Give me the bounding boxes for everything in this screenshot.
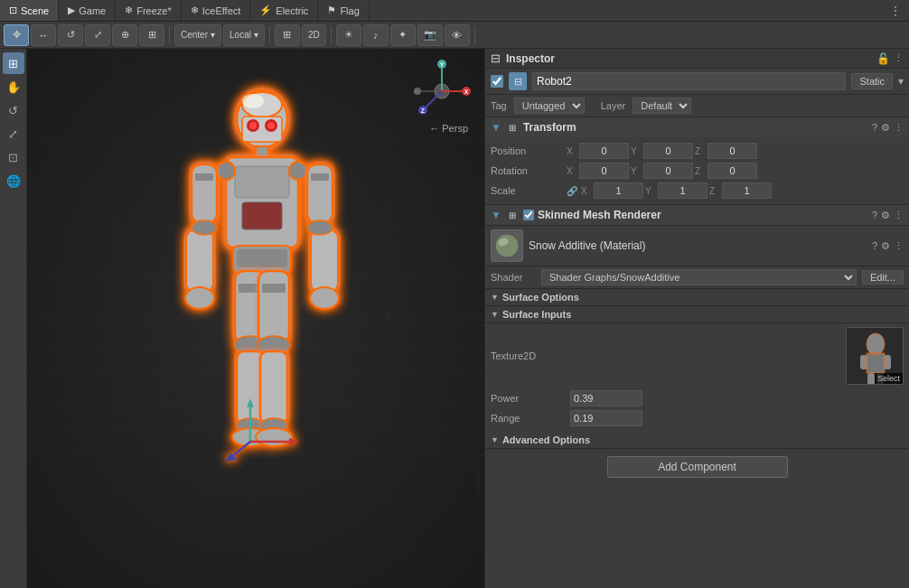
transform-rotate-tool[interactable]: ↺ — [58, 24, 83, 46]
add-component-button[interactable]: Add Component — [607, 456, 788, 478]
inspector-more-icon[interactable]: ⋮ — [894, 52, 904, 64]
scene-tool-hand[interactable]: ✋ — [3, 76, 24, 98]
transform-component: ▼ ⊞ Transform ? ⚙ ⋮ Position X Y — [485, 117, 909, 205]
gizmos-tool[interactable]: 👁 — [445, 24, 470, 46]
transform-more-icon[interactable]: ⋮ — [894, 122, 904, 134]
scale-link-icon: 🔗 — [567, 186, 579, 196]
tab-scene[interactable]: ⊡ Scene — [0, 0, 59, 21]
electric-icon: ⚡ — [259, 5, 272, 16]
tab-flag[interactable]: ⚑ Flag — [318, 0, 369, 21]
rotation-y-field[interactable] — [643, 163, 693, 179]
scene-tool-scale[interactable]: ⤢ — [3, 123, 24, 145]
transform-component-header[interactable]: ▼ ⊞ Transform ? ⚙ ⋮ — [485, 117, 909, 137]
svg-rect-35 — [242, 202, 282, 229]
surface-inputs-header[interactable]: ▼ Surface Inputs — [485, 306, 909, 323]
scene-camera-tool[interactable]: 📷 — [417, 24, 443, 46]
tab-freeze[interactable]: ❄ Freeze* — [116, 0, 182, 21]
scale-xyz: 🔗 X Y Z — [567, 182, 904, 199]
skinned-mesh-more-icon[interactable]: ⋮ — [894, 210, 904, 221]
svg-point-30 — [249, 122, 257, 129]
texture-thumbnail[interactable]: Select — [846, 327, 904, 385]
tab-game[interactable]: ▶ Game — [59, 0, 116, 21]
static-dropdown-arrow[interactable]: ▾ — [898, 75, 904, 88]
layer-select[interactable]: Default — [633, 98, 691, 114]
rotation-x-field[interactable] — [579, 163, 629, 179]
transform-pan-tool[interactable]: ↔ — [31, 24, 56, 46]
fx-tool[interactable]: ✦ — [390, 24, 416, 46]
scene-tool-rect[interactable]: ⊡ — [3, 146, 24, 168]
texture-select-button[interactable]: Select — [875, 373, 903, 384]
position-row: Position X Y Z — [491, 141, 904, 161]
scale-z-field[interactable] — [722, 182, 772, 199]
iceeffect-icon: ❄ — [191, 5, 199, 16]
range-field[interactable] — [570, 410, 642, 426]
material-more-icon[interactable]: ⋮ — [894, 240, 904, 252]
scene-tool-move[interactable]: ↺ — [3, 99, 24, 121]
local-dropdown[interactable]: Local▾ — [223, 24, 265, 46]
inspector-lock-icon[interactable]: 🔓 — [876, 52, 890, 65]
scene-orientation-gizmo[interactable]: Y X Z — [410, 60, 473, 125]
svg-rect-56 — [258, 271, 289, 343]
power-field[interactable] — [570, 390, 642, 406]
skinned-mesh-header[interactable]: ▼ ⊞ Skinned Mesh Renderer ? ⚙ ⋮ — [485, 205, 909, 225]
svg-rect-34 — [235, 166, 289, 198]
svg-rect-38 — [192, 164, 217, 223]
freeze-icon: ❄ — [125, 5, 133, 16]
game-icon: ▶ — [68, 5, 75, 16]
transform-rect-tool[interactable]: ⊕ — [112, 24, 137, 46]
pivot-dropdown[interactable]: Center▾ — [174, 24, 221, 46]
static-toggle-button[interactable]: Static — [851, 73, 893, 89]
tag-layer-row: Tag Untagged Layer Default — [485, 95, 909, 117]
transform-settings-icon[interactable]: ⚙ — [881, 122, 890, 134]
svg-rect-44 — [311, 173, 329, 181]
tag-select[interactable]: Untagged — [514, 98, 585, 114]
perspective-label: ← Persp — [429, 123, 468, 134]
grid-snap-tool[interactable]: ⊞ — [275, 24, 300, 46]
position-x-field[interactable] — [579, 143, 629, 159]
transform-move-tool[interactable]: ✥ — [4, 24, 29, 46]
scene-view[interactable]: Y X Z ← Persp — [27, 49, 484, 588]
transform-help-icon[interactable]: ? — [872, 122, 877, 133]
material-help-icon[interactable]: ? — [872, 240, 877, 252]
skinned-mesh-settings-icon[interactable]: ⚙ — [881, 210, 890, 221]
material-settings-icon[interactable]: ⚙ — [881, 240, 890, 252]
tab-more-button[interactable]: ⋮ — [882, 4, 909, 18]
position-y-field[interactable] — [643, 143, 693, 159]
svg-rect-85 — [867, 353, 885, 373]
scale-x-field[interactable] — [594, 182, 643, 199]
inspector-title: Inspector — [506, 52, 555, 65]
skinned-mesh-enabled-checkbox[interactable] — [523, 210, 534, 220]
position-z-field[interactable] — [708, 143, 757, 159]
advanced-options-header[interactable]: ▼ Advanced Options — [485, 432, 909, 449]
toolbar-separator-4 — [474, 26, 475, 44]
shader-edit-button[interactable]: Edit... — [862, 270, 904, 285]
gameobject-name-field[interactable] — [532, 72, 846, 90]
scale-y-field[interactable] — [658, 182, 708, 199]
scene-tool-globe[interactable]: 🌐 — [3, 170, 24, 191]
left-tool-panel: ⊞ ✋ ↺ ⤢ ⊡ 🌐 — [0, 49, 27, 588]
surface-inputs-arrow: ▼ — [491, 310, 499, 319]
view-2d-toggle[interactable]: 2D — [302, 24, 326, 46]
svg-rect-88 — [867, 373, 875, 385]
surface-options-header[interactable]: ▼ Surface Options — [485, 289, 909, 306]
svg-rect-43 — [307, 164, 333, 223]
tab-electric[interactable]: ⚡ Electric — [250, 0, 318, 21]
gameobject-active-checkbox[interactable] — [491, 75, 503, 88]
scale-row: Scale 🔗 X Y Z — [491, 181, 904, 201]
transform-all-tool[interactable]: ⊞ — [139, 24, 164, 46]
rotation-z-field[interactable] — [708, 163, 757, 179]
audio-tool[interactable]: ♪ — [363, 24, 389, 46]
range-row: Range — [485, 408, 909, 428]
transform-scale-tool[interactable]: ⤢ — [85, 24, 110, 46]
svg-point-68 — [242, 94, 264, 108]
skinned-mesh-help-icon[interactable]: ? — [872, 210, 877, 220]
toolbar: ✥ ↔ ↺ ⤢ ⊕ ⊞ Center▾ Local▾ ⊞ 2D ☀ ♪ ✦ 📷 … — [0, 22, 909, 49]
tab-iceeffect[interactable]: ❄ IceEffect — [182, 0, 251, 21]
lighting-tool[interactable]: ☀ — [336, 24, 361, 46]
svg-point-47 — [310, 287, 339, 309]
scene-inner: Y X Z ← Persp — [27, 49, 484, 588]
shader-select[interactable]: Shader Graphs/SnowAdditive — [541, 269, 857, 285]
scene-tool-select[interactable]: ⊞ — [3, 52, 24, 74]
svg-text:X: X — [464, 89, 469, 95]
svg-point-42 — [185, 287, 214, 309]
